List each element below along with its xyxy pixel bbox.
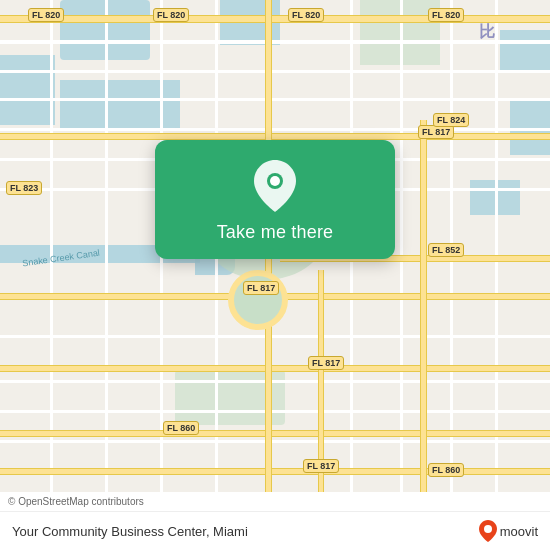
road-label-fl817-r: FL 817 [418, 125, 454, 139]
water-body-3 [0, 55, 55, 125]
road-label-fl817-b1: FL 817 [308, 356, 344, 370]
road-h-7 [0, 335, 550, 338]
svg-point-2 [484, 525, 492, 533]
major-road-fl817-1 [0, 133, 550, 140]
bottom-bar: © OpenStreetMap contributors Your Commun… [0, 492, 550, 550]
water-top-right [500, 30, 550, 70]
road-label-fl817-m: FL 817 [243, 281, 279, 295]
take-me-there-button[interactable]: Take me there [217, 222, 334, 243]
map-container: FL 820 FL 820 FL 820 FL 820 FL 817 FL 81… [0, 0, 550, 550]
attribution: © OpenStreetMap contributors [0, 492, 550, 512]
road-label-fl820-2: FL 820 [153, 8, 189, 22]
svg-point-1 [270, 176, 280, 186]
road-h-3 [0, 98, 550, 101]
road-h-9 [0, 410, 550, 413]
road-h-4 [0, 128, 550, 131]
location-name: Your Community Business Center, Miami [12, 524, 248, 539]
map-card: Take me there [155, 140, 395, 259]
road-label-fl823: FL 823 [6, 181, 42, 195]
road-label-fl852: FL 852 [428, 243, 464, 257]
road-label-fl820-4: FL 820 [428, 8, 464, 22]
road-label-fl820-1: FL 820 [28, 8, 64, 22]
location-pin-icon [249, 160, 301, 212]
moovit-pin-icon [479, 520, 497, 542]
major-road-fl817-3 [0, 365, 550, 372]
major-road-fl820 [0, 15, 550, 23]
road-h-10 [0, 440, 550, 443]
road-h-8 [0, 380, 550, 383]
major-road-fl817-b [0, 468, 550, 475]
road-h-2 [0, 70, 550, 73]
road-label-fl860-r: FL 860 [428, 463, 464, 477]
road-label-fl824: FL 824 [433, 113, 469, 127]
road-label-fl817-b2: FL 817 [303, 459, 339, 473]
road-label-fl820-3: FL 820 [288, 8, 324, 22]
road-h-1 [0, 40, 550, 44]
location-info-bar: Your Community Business Center, Miami mo… [0, 512, 550, 550]
moovit-text: moovit [500, 524, 538, 539]
major-road-v-2 [420, 120, 427, 550]
major-road-fl860 [0, 430, 550, 437]
moovit-logo: moovit [479, 520, 538, 542]
road-label-fl860-l: FL 860 [163, 421, 199, 435]
interchange [228, 270, 288, 330]
